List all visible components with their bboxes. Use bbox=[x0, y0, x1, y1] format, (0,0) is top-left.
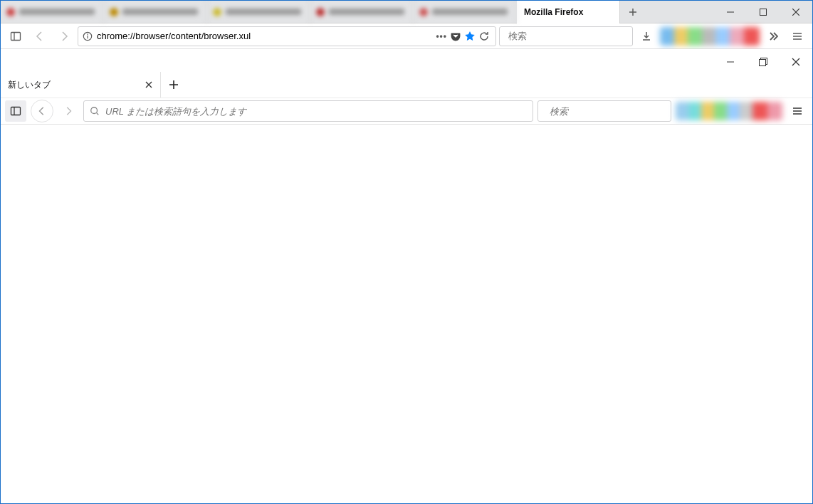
inner-close-button[interactable] bbox=[780, 49, 812, 75]
window-maximize-button[interactable] bbox=[747, 1, 780, 23]
hamburger-icon bbox=[792, 31, 802, 41]
inner-sidebar-toggle-button[interactable] bbox=[5, 100, 26, 122]
minimize-icon bbox=[727, 58, 734, 65]
url-actions: ••• bbox=[434, 31, 491, 42]
inner-tab-bar: 新しいタブ bbox=[1, 72, 812, 98]
inner-url-input[interactable] bbox=[105, 106, 527, 117]
svg-rect-6 bbox=[11, 107, 21, 115]
inner-restore-button[interactable] bbox=[747, 49, 780, 75]
new-tab-button[interactable] bbox=[620, 1, 646, 23]
hamburger-icon bbox=[792, 106, 802, 116]
search-icon bbox=[90, 106, 100, 116]
inner-toolbar bbox=[1, 98, 812, 125]
sidebar-toggle-button[interactable] bbox=[5, 26, 26, 47]
inner-app-menu-button[interactable] bbox=[787, 100, 808, 122]
inner-minimize-button[interactable] bbox=[714, 49, 747, 75]
app-menu-button[interactable] bbox=[787, 26, 808, 47]
inner-tab-title: 新しいタブ bbox=[8, 79, 51, 91]
forward-button[interactable] bbox=[53, 26, 75, 47]
window-close-button[interactable] bbox=[780, 1, 812, 23]
outer-url-input[interactable] bbox=[97, 31, 430, 41]
plus-icon bbox=[629, 8, 637, 16]
close-tab-icon[interactable] bbox=[145, 80, 153, 89]
plus-icon bbox=[169, 80, 179, 90]
background-tab[interactable] bbox=[310, 1, 414, 23]
minimize-icon bbox=[727, 9, 734, 16]
arrow-left-icon bbox=[34, 31, 46, 42]
download-icon bbox=[641, 31, 652, 42]
page-actions-button[interactable]: ••• bbox=[436, 31, 447, 41]
outer-tab-bar: Mozilla Firefox bbox=[1, 1, 812, 23]
reload-icon[interactable] bbox=[478, 31, 490, 42]
inner-content-area bbox=[1, 125, 812, 503]
svg-rect-1 bbox=[11, 32, 21, 40]
close-icon bbox=[792, 58, 800, 66]
background-tab[interactable] bbox=[1, 1, 104, 23]
inner-url-bar[interactable] bbox=[83, 100, 533, 122]
inner-search-bar[interactable] bbox=[537, 100, 671, 122]
outer-toolbar: ••• bbox=[1, 23, 812, 49]
info-icon bbox=[83, 31, 93, 41]
restore-icon bbox=[759, 58, 767, 66]
background-tab[interactable] bbox=[104, 1, 207, 23]
sidebar-icon bbox=[10, 31, 21, 42]
close-icon bbox=[792, 9, 799, 16]
extension-buttons-area[interactable] bbox=[660, 27, 760, 46]
window-minimize-button[interactable] bbox=[714, 1, 747, 23]
maximize-icon bbox=[760, 9, 767, 16]
outer-search-input[interactable] bbox=[508, 31, 628, 41]
svg-rect-0 bbox=[760, 9, 767, 16]
outer-search-bar[interactable] bbox=[499, 26, 633, 46]
active-tab-title: Mozilla Firefox bbox=[524, 7, 583, 17]
inner-extension-buttons-area[interactable] bbox=[676, 102, 782, 120]
outer-url-bar[interactable]: ••• bbox=[78, 26, 496, 46]
bookmark-star-icon[interactable] bbox=[464, 31, 476, 42]
pocket-icon[interactable] bbox=[450, 31, 461, 42]
inner-new-tab-button[interactable] bbox=[161, 72, 187, 98]
background-tab[interactable] bbox=[414, 1, 517, 23]
overflow-button[interactable] bbox=[762, 26, 784, 47]
svg-point-7 bbox=[91, 107, 98, 114]
arrow-left-icon bbox=[37, 106, 47, 116]
back-button[interactable] bbox=[29, 26, 51, 47]
chevron-double-right-icon bbox=[768, 31, 778, 41]
background-tab[interactable] bbox=[207, 1, 310, 23]
downloads-button[interactable] bbox=[636, 26, 657, 47]
embedded-browser-window: 新しいタブ bbox=[1, 49, 812, 503]
inner-window-controls bbox=[714, 49, 812, 75]
svg-rect-5 bbox=[760, 60, 766, 66]
inner-back-button[interactable] bbox=[31, 100, 53, 122]
active-tab[interactable]: Mozilla Firefox bbox=[517, 1, 620, 23]
inner-tab[interactable]: 新しいタブ bbox=[1, 72, 161, 98]
inner-search-input[interactable] bbox=[550, 106, 670, 117]
inner-forward-button[interactable] bbox=[58, 100, 79, 122]
arrow-right-icon bbox=[58, 31, 70, 42]
background-tabs bbox=[1, 1, 517, 23]
sidebar-icon bbox=[10, 105, 21, 117]
arrow-right-icon bbox=[63, 106, 73, 116]
